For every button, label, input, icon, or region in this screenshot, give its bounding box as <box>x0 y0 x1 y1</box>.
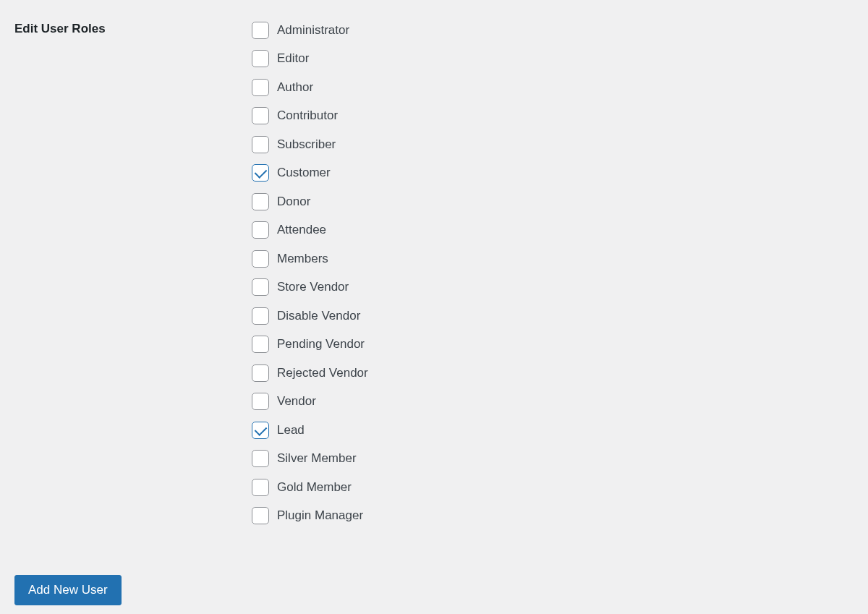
role-checkbox[interactable] <box>252 336 269 353</box>
role-label: Members <box>277 252 328 266</box>
role-label: Customer <box>277 166 331 180</box>
section-title: Edit User Roles <box>14 16 252 36</box>
role-item[interactable]: Author <box>252 73 868 102</box>
role-label: Lead <box>277 423 305 438</box>
role-label: Disable Vendor <box>277 309 360 323</box>
role-item[interactable]: Lead <box>252 416 868 445</box>
role-label: Rejected Vendor <box>277 366 368 380</box>
role-label: Pending Vendor <box>277 337 365 351</box>
role-label: Store Vendor <box>277 280 349 294</box>
role-item[interactable]: Subscriber <box>252 130 868 159</box>
role-item[interactable]: Gold Member <box>252 473 868 502</box>
role-checkbox[interactable] <box>252 507 269 524</box>
role-item[interactable]: Contributor <box>252 102 868 131</box>
role-checkbox[interactable] <box>252 50 269 67</box>
role-checkbox[interactable] <box>252 450 269 467</box>
role-item[interactable]: Members <box>252 244 868 273</box>
role-label: Vendor <box>277 394 316 409</box>
role-checkbox[interactable] <box>252 393 269 410</box>
role-label: Administrator <box>277 23 349 38</box>
add-new-user-button[interactable]: Add New User <box>14 575 122 605</box>
roles-checkbox-list: AdministratorEditorAuthorContributorSubs… <box>252 16 868 530</box>
role-item[interactable]: Store Vendor <box>252 273 868 302</box>
role-checkbox[interactable] <box>252 479 269 496</box>
role-item[interactable]: Pending Vendor <box>252 331 868 359</box>
role-item[interactable]: Plugin Manager <box>252 502 868 531</box>
role-label: Plugin Manager <box>277 508 363 523</box>
role-item[interactable]: Vendor <box>252 388 868 417</box>
role-label: Contributor <box>277 108 338 123</box>
role-label: Silver Member <box>277 451 357 466</box>
role-checkbox[interactable] <box>252 79 269 96</box>
edit-user-roles-row: Edit User Roles AdministratorEditorAutho… <box>0 0 868 530</box>
role-checkbox[interactable] <box>252 422 269 439</box>
role-item[interactable]: Disable Vendor <box>252 302 868 331</box>
role-checkbox[interactable] <box>252 22 269 39</box>
role-item[interactable]: Customer <box>252 159 868 188</box>
role-item[interactable]: Editor <box>252 45 868 74</box>
role-item[interactable]: Rejected Vendor <box>252 359 868 388</box>
role-checkbox[interactable] <box>252 250 269 268</box>
role-label: Editor <box>277 51 309 66</box>
role-checkbox[interactable] <box>252 164 269 182</box>
role-item[interactable]: Donor <box>252 187 868 216</box>
role-label: Author <box>277 80 313 95</box>
role-label: Donor <box>277 195 310 209</box>
role-checkbox[interactable] <box>252 107 269 124</box>
role-label: Subscriber <box>277 137 336 152</box>
role-checkbox[interactable] <box>252 193 269 210</box>
role-checkbox[interactable] <box>252 307 269 325</box>
role-item[interactable]: Attendee <box>252 216 868 245</box>
role-item[interactable]: Silver Member <box>252 445 868 474</box>
role-checkbox[interactable] <box>252 221 269 239</box>
role-label: Gold Member <box>277 480 352 495</box>
role-item[interactable]: Administrator <box>252 16 868 45</box>
submit-area: Add New User <box>0 575 868 605</box>
role-label: Attendee <box>277 223 326 237</box>
role-checkbox[interactable] <box>252 364 269 382</box>
role-checkbox[interactable] <box>252 136 269 153</box>
roles-field: AdministratorEditorAuthorContributorSubs… <box>252 16 868 530</box>
role-checkbox[interactable] <box>252 278 269 296</box>
